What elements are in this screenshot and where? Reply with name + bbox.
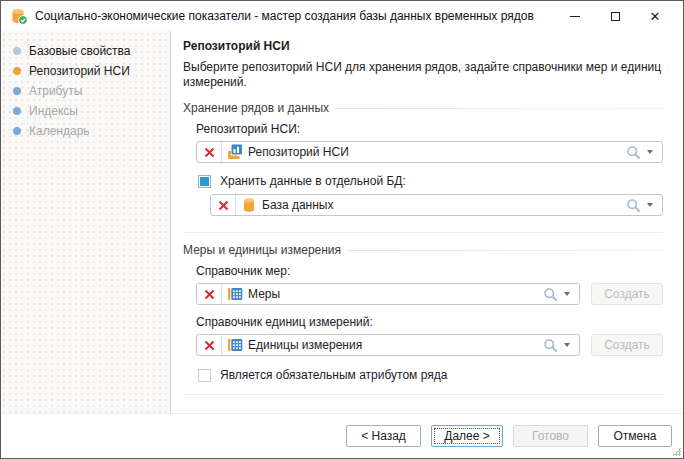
sidebar-item-indexes[interactable]: Индексы: [1, 101, 170, 121]
minimize-button[interactable]: [555, 1, 595, 31]
wizard-window: Социально-экономические показатели - мас…: [0, 0, 684, 459]
page-title: Репозиторий НСИ: [183, 39, 663, 53]
separate-db-label: Хранить данные в отдельной БД:: [220, 174, 406, 188]
create-units-button[interactable]: Создать: [591, 334, 663, 356]
group-storage-label: Хранение рядов и данных: [183, 101, 329, 115]
next-button[interactable]: Далее >: [431, 425, 503, 447]
app-database-icon: [10, 7, 28, 25]
separator-line: [183, 394, 663, 395]
separator-line: [347, 250, 663, 251]
database-value: База данных: [262, 198, 333, 212]
dropdown-arrow-icon[interactable]: [564, 292, 570, 296]
units-value: Единицы измерения: [248, 338, 362, 352]
window-controls: ✕: [555, 1, 675, 31]
measures-label: Справочник мер:: [196, 264, 663, 278]
back-button[interactable]: < Назад: [346, 425, 421, 447]
search-icon[interactable]: [626, 145, 641, 160]
sidebar-item-attributes[interactable]: Атрибуты: [1, 81, 170, 101]
finish-button[interactable]: Готово: [513, 425, 588, 447]
cancel-button[interactable]: Отмена: [598, 425, 672, 447]
required-attr-label: Является обязательным атрибутом ряда: [220, 368, 447, 382]
measures-row: Меры Создать: [196, 283, 663, 305]
search-icon[interactable]: [626, 198, 641, 213]
step-bullet-icon: [13, 67, 21, 75]
step-bullet-icon: [13, 87, 21, 95]
red-x-icon: [204, 340, 215, 351]
separator-line: [183, 232, 663, 233]
red-x-icon: [204, 289, 215, 300]
window-title: Социально-экономические показатели - мас…: [35, 9, 534, 23]
step-bullet-icon: [13, 107, 21, 115]
step-label: Атрибуты: [29, 84, 82, 98]
checkbox-check-icon: [200, 177, 209, 186]
button-bar: < Назад Далее > Готово Отмена: [1, 413, 683, 458]
search-icon[interactable]: [543, 287, 558, 302]
dictionary-icon: [227, 337, 243, 353]
dropdown-arrow-icon[interactable]: [564, 343, 570, 347]
wizard-steps-sidebar: Базовые свойства Репозиторий НСИ Атрибут…: [1, 31, 171, 413]
sidebar-item-calendar[interactable]: Календарь: [1, 121, 170, 141]
clear-button[interactable]: [197, 284, 222, 304]
main-panel: Репозиторий НСИ Выберите репозиторий НСИ…: [171, 31, 684, 413]
maximize-icon: [611, 12, 620, 21]
units-row: Единицы измерения Создать: [196, 334, 663, 356]
create-measures-button[interactable]: Создать: [591, 283, 663, 305]
separator-line: [335, 108, 663, 109]
sidebar-item-nsi-repository[interactable]: Репозиторий НСИ: [1, 61, 170, 81]
dropdown-arrow-icon[interactable]: [647, 150, 653, 154]
required-attr-check-row: Является обязательным атрибутом ряда: [198, 368, 663, 382]
dialog-body: Базовые свойства Репозиторий НСИ Атрибут…: [1, 31, 683, 413]
step-label: Репозиторий НСИ: [29, 64, 130, 78]
clear-button[interactable]: [197, 335, 222, 355]
clear-button[interactable]: [197, 142, 222, 162]
sidebar-item-basic-properties[interactable]: Базовые свойства: [1, 41, 170, 61]
red-x-icon: [204, 147, 215, 158]
maximize-button[interactable]: [595, 1, 635, 31]
measures-picker[interactable]: Меры: [196, 283, 580, 305]
minimize-icon: [570, 16, 580, 17]
group-storage-header: Хранение рядов и данных: [183, 101, 663, 115]
group-measures-header: Меры и единицы измерения: [183, 243, 663, 257]
separate-db-checkbox[interactable]: [198, 175, 211, 188]
search-icon[interactable]: [543, 338, 558, 353]
title-bar: Социально-экономические показатели - мас…: [1, 1, 683, 31]
step-label: Календарь: [29, 124, 90, 138]
step-bullet-icon: [13, 47, 21, 55]
repository-icon: [227, 144, 243, 160]
dictionary-icon: [227, 286, 243, 302]
group-measures-label: Меры и единицы измерения: [183, 243, 341, 257]
step-bullet-icon: [13, 127, 21, 135]
close-button[interactable]: ✕: [635, 1, 675, 31]
measures-value: Меры: [248, 287, 280, 301]
required-attr-checkbox[interactable]: [198, 369, 211, 382]
step-label: Базовые свойства: [29, 44, 131, 58]
close-icon: ✕: [650, 10, 661, 23]
separate-db-check-row: Хранить данные в отдельной БД:: [198, 174, 663, 188]
repository-label: Репозиторий НСИ:: [196, 122, 663, 136]
clear-button[interactable]: [211, 195, 236, 215]
units-picker[interactable]: Единицы измерения: [196, 334, 580, 356]
step-label: Индексы: [29, 104, 78, 118]
database-picker[interactable]: База данных: [210, 194, 663, 216]
page-description: Выберите репозиторий НСИ для хранения ря…: [183, 60, 663, 90]
repository-picker[interactable]: Репозиторий НСИ: [196, 141, 663, 163]
dropdown-arrow-icon[interactable]: [647, 203, 653, 207]
units-label: Справочник единиц измерений:: [196, 315, 663, 329]
repository-value: Репозиторий НСИ: [248, 145, 349, 159]
database-icon: [241, 197, 257, 213]
red-x-icon: [218, 200, 229, 211]
